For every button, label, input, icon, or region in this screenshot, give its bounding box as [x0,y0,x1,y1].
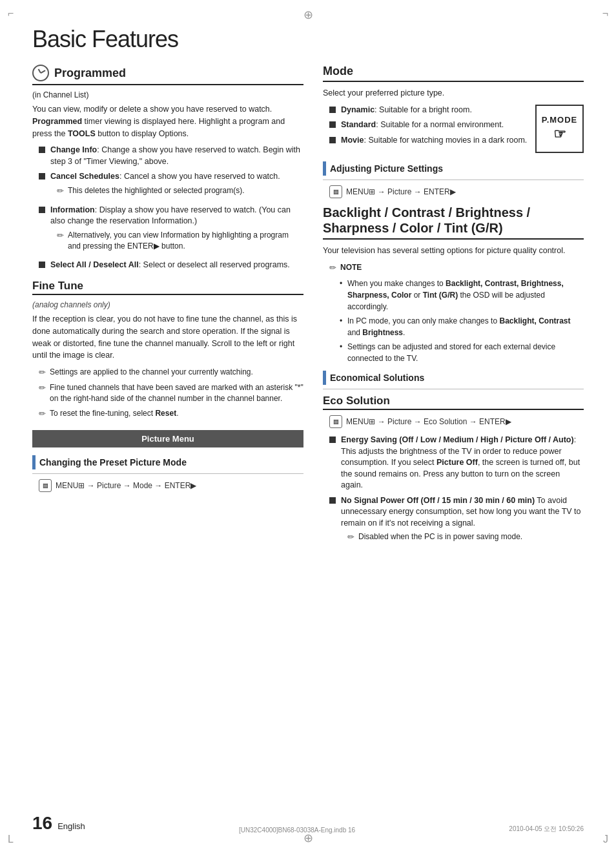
bullet-sq [39,262,45,268]
pencil-icon: ✏ [39,367,46,378]
footer-date: 2010-04-05 오전 10:50:26 [509,825,584,834]
left-column: Programmed (in Channel List) You can vie… [32,65,303,552]
menu-icon: ▤ [329,415,342,428]
eco-solution-instruction: ▤ MENU⊞ → Picture → Eco Solution → ENTER… [323,415,584,428]
main-columns: Programmed (in Channel List) You can vie… [32,65,584,552]
eco-solution-bullets: Energy Saving (Off / Low / Medium / High… [323,435,584,547]
adjusting-picture-title: Adjusting Picture Settings [330,163,443,174]
corner-mark-tc: ⊕ [303,8,313,22]
page-number: 16 [32,813,52,834]
bullet-cancel-schedules: Cancel Schedules: Cancel a show you have… [39,171,303,201]
fine-tune-note2: ✏ Fine tuned channels that have been sav… [32,382,303,404]
bullet-change-info: Change Info: Change a show you have rese… [39,145,303,167]
changing-preset-divider [32,473,303,474]
programmed-divider [32,84,303,85]
corner-mark-br: J [603,834,608,845]
pencil-icon: ✏ [347,531,354,543]
right-column: Mode Select your preferred picture type.… [323,65,584,552]
economical-title: Economical Solutions [330,373,424,383]
backlight-note-block: ✏ NOTE When you make changes to Backligh… [323,262,584,364]
fine-tune-note3: ✏ To reset the fine-tuning, select Reset… [32,408,303,420]
backlight-notes: When you make changes to Backlight, Cont… [329,278,584,364]
backlight-note-2: In PC mode, you can only make changes to… [340,315,584,338]
mode-section: Mode Select your preferred picture type.… [323,65,584,155]
corner-mark-tl: ⌐ [8,8,14,19]
fine-tune-subtitle: (analog channels only) [32,300,303,309]
backlight-section: Backlight / Contrast / Brightness /Sharp… [323,205,584,364]
mode-dynamic: Dynamic: Suitable for a bright room. [329,105,529,116]
mode-description: Select your preferred picture type. [323,87,584,99]
adjusting-picture-instruction: ▤ MENU⊞ → Picture → ENTER▶ [323,185,584,198]
pencil-icon: ✏ [39,382,46,394]
bullet-sq [329,497,336,504]
bullet-sq [329,137,336,143]
pmode-button: P.MODE ☞ [535,105,584,153]
pencil-icon: ✏ [57,230,64,242]
bullet-sq [39,207,45,213]
adjusting-picture-header: Adjusting Picture Settings [323,161,584,176]
eco-energy-saving: Energy Saving (Off / Low / Medium / High… [329,435,584,491]
bullet-information: Information: Display a show you have res… [39,205,303,256]
programmed-header: Programmed [32,65,303,81]
corner-mark-bc: ⊕ [303,831,313,845]
mode-bullets: Dynamic: Suitable for a bright room. Sta… [323,105,529,150]
note-label-row: ✏ NOTE [329,262,584,274]
eco-solution-divider [323,409,584,410]
in-channel-list: (in Channel List) [32,90,303,99]
footer-filename: [UN32C4000]BN68-03038A-Eng.indb 16 [239,827,355,834]
bullet-sq [39,173,45,180]
bullet-sq [329,107,336,113]
programmed-section: Programmed (in Channel List) You can vie… [32,65,303,271]
mode-row: Dynamic: Suitable for a bright room. Sta… [323,105,584,156]
fine-tune-para1: If the reception is clear, you do not ha… [32,313,303,362]
programmed-para1: You can view, modify or delete a show yo… [32,103,303,139]
info-note: ✏ Alternatively, you can view Informatio… [50,230,303,252]
blue-bar [32,455,36,469]
economical-divider [323,389,584,389]
backlight-divider [323,238,584,240]
mode-divider [323,81,584,82]
bullet-sq [39,147,45,153]
programmed-title: Programmed [54,67,126,80]
page-number-area: 16 English [32,813,85,834]
backlight-title: Backlight / Contrast / Brightness /Sharp… [323,205,584,236]
page-title: Basic Features [32,26,584,53]
clock-icon [32,65,49,81]
backlight-description: Your television has several setting opti… [323,245,584,257]
pencil-icon: ✏ [39,408,46,420]
economical-header: Economical Solutions [323,371,584,385]
changing-preset-header: Changing the Preset Picture Mode [32,455,303,469]
backlight-note-1: When you make changes to Backlight, Cont… [340,278,584,313]
fine-tune-divider [32,294,303,295]
menu-icon: ▤ [329,185,342,198]
mode-standard: Standard: Suitable for a normal environm… [329,119,529,131]
economical-section: Economical Solutions [323,371,584,389]
eco-no-signal: No Signal Power Off (Off / 15 min / 30 m… [329,495,584,548]
programmed-bullets: Change Info: Change a show you have rese… [32,145,303,271]
blue-bar [323,161,326,176]
corner-mark-bl: L [8,834,14,845]
changing-preset-instruction: ▤ MENU⊞ → Picture → Mode → ENTER▶ [32,479,303,492]
changing-preset-title: Changing the Preset Picture Mode [39,457,187,468]
fine-tune-title: Fine Tune [32,280,303,293]
mode-title: Mode [323,65,584,78]
power-off-note: ✏ Disabled when the PC is in power savin… [341,531,584,543]
adjusting-picture-section: Adjusting Picture Settings ▤ MENU⊞ → Pic… [323,161,584,198]
pencil-icon: ✏ [57,185,64,197]
mode-movie: Movie: Suitable for watching movies in a… [329,135,529,147]
eco-solution-title: Eco Solution [323,395,584,407]
pencil-icon: ✏ [329,262,336,274]
fine-tune-section: Fine Tune (analog channels only) If the … [32,280,303,420]
hand-icon: ☞ [553,126,566,143]
eco-solution-section: Eco Solution ▤ MENU⊞ → Picture → Eco Sol… [323,395,584,547]
page-container: ⌐ ¬ ⊕ Basic Features Programmed (in Chan… [0,0,616,853]
corner-mark-tr: ¬ [602,8,608,19]
picture-menu-banner: Picture Menu [32,430,303,447]
bullet-sq [329,437,336,443]
adjusting-picture-divider [323,180,584,180]
page-language: English [57,821,85,831]
cancel-note: ✏ This deletes the highlighted or select… [50,185,280,197]
changing-preset-section: Changing the Preset Picture Mode ▤ MENU⊞… [32,455,303,492]
pmode-label: P.MODE [542,115,578,125]
backlight-note-3: Settings can be adjusted and stored for … [340,341,584,364]
